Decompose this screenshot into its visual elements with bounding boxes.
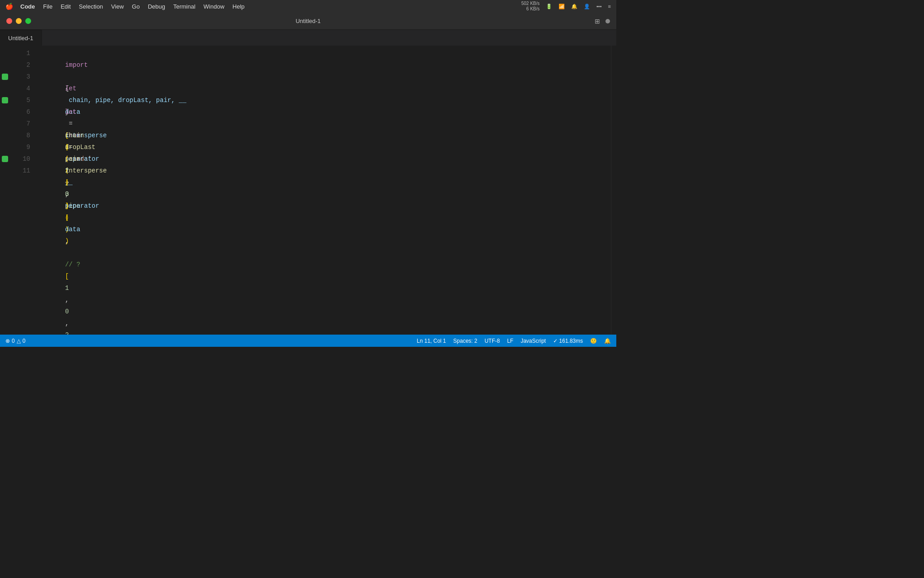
editor-area[interactable]: 1 2 3 4 5 6 7 8 9 10 11 import { chain, …: [0, 46, 616, 335]
menu-right-area: 502 KB/s 6 KB/s 🔋 📶 🔔 👤 ••• ≡: [521, 1, 611, 12]
encoding-info[interactable]: UTF-8: [485, 338, 500, 344]
eol-info[interactable]: LF: [507, 338, 513, 344]
menu-help[interactable]: Help: [232, 3, 245, 10]
dot-icon: [605, 19, 610, 23]
code-editor[interactable]: import { chain, pipe, dropLast, pair, __…: [35, 46, 611, 335]
menu-window[interactable]: Window: [203, 3, 224, 10]
editor-tab[interactable]: Untitled-1: [0, 30, 42, 46]
minimize-button[interactable]: [16, 18, 22, 24]
code-line-1: import { chain, pipe, dropLast, pair, __…: [35, 47, 611, 59]
menu-file[interactable]: File: [43, 3, 53, 10]
menu-edit[interactable]: Edit: [60, 3, 70, 10]
line-num-9: 9: [27, 141, 30, 153]
network-info: 502 KB/s 6 KB/s: [521, 1, 540, 12]
code-line-8: ): [35, 130, 611, 141]
list-icon: ≡: [608, 4, 611, 9]
apple-menu[interactable]: 🍎: [5, 3, 13, 10]
editor-container: Untitled-1 1 2 3 4 5 6 7 8: [0, 30, 616, 335]
traffic-lights: [6, 18, 31, 24]
line-num-5: 5: [27, 94, 30, 106]
code-line-10: intersperse ( 0 ) ( data ) // ? [ 1 , 0 …: [35, 153, 611, 165]
network-upload: 502 KB/s: [521, 1, 540, 6]
menu-terminal[interactable]: Terminal: [173, 3, 195, 10]
close-button[interactable]: [6, 18, 12, 24]
status-right: Ln 11, Col 1 Spaces: 2 UTF-8 LF JavaScri…: [417, 338, 611, 344]
line-num-4: 4: [27, 83, 30, 94]
code-line-3: let data = [ 1 , 2 , 3 ]: [35, 71, 611, 83]
user-icon: 👤: [584, 4, 590, 9]
errors-status[interactable]: ⊗ 0 △ 0: [5, 338, 25, 344]
warning-icon: △: [17, 338, 21, 344]
menu-selection[interactable]: Selection: [79, 3, 103, 10]
window-title: Untitled-1: [296, 18, 321, 24]
line-num-3: 3: [27, 71, 30, 83]
line-num-7: 7: [27, 118, 30, 130]
menu-debug[interactable]: Debug: [148, 3, 165, 10]
code-line-9: [35, 141, 611, 153]
language-mode[interactable]: JavaScript: [521, 338, 546, 344]
notification-bell-icon[interactable]: 🔔: [604, 338, 611, 344]
menu-view[interactable]: View: [111, 3, 124, 10]
notification-icon: 🔔: [571, 4, 578, 9]
line-numbers: 1 2 3 4 5 6 7 8 9 10 11: [10, 46, 35, 335]
indentation-info[interactable]: Spaces: 2: [453, 338, 477, 344]
scrollbar[interactable]: [611, 46, 616, 335]
tab-bar: Untitled-1: [0, 30, 616, 46]
battery-icon: 🔋: [546, 4, 552, 9]
code-line-4: [35, 83, 611, 94]
error-icon: ⊗: [5, 338, 10, 344]
warning-count: 0: [23, 338, 26, 344]
code-line-11: [35, 165, 611, 177]
breakpoint-column: [0, 46, 10, 335]
line-num-6: 6: [27, 106, 30, 118]
title-bar: Untitled-1 ⊞: [0, 13, 616, 30]
more-icon: •••: [596, 4, 602, 9]
code-line-7: dropLast ( 1 ): [35, 118, 611, 130]
line-num-11: 11: [23, 165, 30, 177]
breakpoint-line10[interactable]: [2, 156, 8, 162]
timing-info: ✓ 161.83ms: [553, 338, 583, 344]
split-editor-icon[interactable]: ⊞: [595, 18, 600, 25]
code-line-2: [35, 59, 611, 71]
menu-items: Code File Edit Selection View Go Debug T…: [20, 3, 245, 10]
line-num-10: 10: [23, 153, 30, 165]
status-bar: ⊗ 0 △ 0 Ln 11, Col 1 Spaces: 2 UTF-8 LF …: [0, 335, 616, 347]
menu-bar: 🍎 Code File Edit Selection View Go Debug…: [0, 0, 616, 13]
line-num-1: 1: [27, 47, 30, 59]
wifi-icon: 📶: [559, 4, 565, 9]
smiley-icon[interactable]: 🙂: [590, 338, 597, 344]
code-line-6: chain ( pair ( __ , separator ) ) ,: [35, 106, 611, 118]
cursor-position[interactable]: Ln 11, Col 1: [417, 338, 446, 344]
breakpoint-line5[interactable]: [2, 97, 8, 103]
menu-code[interactable]: Code: [20, 3, 35, 10]
keyword-import: import: [65, 61, 88, 69]
breakpoint-line3[interactable]: [2, 74, 8, 80]
line-num-8: 8: [27, 130, 30, 141]
status-left: ⊗ 0 △ 0: [5, 338, 25, 344]
error-count: 0: [12, 338, 15, 344]
tab-label: Untitled-1: [8, 35, 33, 42]
line-num-2: 2: [27, 59, 30, 71]
network-download: 6 KB/s: [527, 6, 540, 12]
menu-go[interactable]: Go: [132, 3, 139, 10]
maximize-button[interactable]: [25, 18, 31, 24]
title-bar-actions: ⊞: [595, 18, 610, 25]
